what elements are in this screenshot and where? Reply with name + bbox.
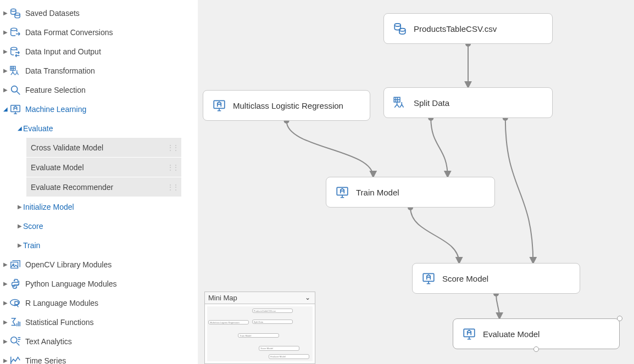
grid-branch-icon [9, 64, 22, 77]
sidebar-item-label: Machine Learning [25, 105, 198, 114]
svg-point-0 [11, 9, 16, 11]
sidebar-item-opencv[interactable]: ▶ OpenCV Library Modules [0, 255, 198, 274]
sidebar-item-text-analytics[interactable]: ▶ Text Analytics [0, 332, 198, 351]
caret-expanded-icon: ◢ [16, 125, 23, 131]
sidebar-item-data-input-output[interactable]: ▶ Data Input and Output [0, 42, 198, 61]
selection-handle[interactable] [617, 316, 622, 321]
module-cross-validate-model[interactable]: Cross Validate Model ⋮⋮ [26, 138, 181, 157]
minimap-header[interactable]: Mini Map ⌄ [205, 292, 315, 304]
caret-collapsed-icon: ▶ [16, 242, 23, 248]
sidebar-item-machine-learning[interactable]: ◢ Machine Learning [0, 99, 198, 119]
canvas-node-train[interactable]: Train Model [326, 177, 495, 208]
sidebar-item-python[interactable]: ▶ Python Language Modules [0, 274, 198, 293]
svg-point-10 [16, 287, 16, 287]
sidebar-item-label: R Language Modules [25, 299, 198, 307]
svg-point-5 [12, 86, 18, 92]
sidebar-item-label: Evaluate [23, 124, 198, 133]
sidebar-item-data-transformation[interactable]: ▶ Data Transformation [0, 61, 198, 80]
sidebar-item-statistical[interactable]: ▶ Statistical Functions [0, 312, 198, 332]
sidebar-item-label: Initialize Model [23, 203, 198, 211]
module-label: Evaluate Model [31, 163, 84, 172]
caret-collapsed-icon: ▶ [2, 357, 9, 363]
node-label: ProductsTableCSV.csv [414, 24, 497, 33]
sidebar-item-label: Saved Datasets [25, 9, 198, 18]
canvas-node-evaluate[interactable]: Evaluate Model [453, 318, 620, 349]
node-label: Train Model [356, 188, 399, 197]
canvas-node-score[interactable]: Score Model [412, 263, 580, 294]
node-label: Split Data [414, 98, 449, 108]
module-palette[interactable]: ▶ Saved Datasets ▶ Data Format Conversio… [0, 0, 198, 364]
sidebar-subitem-initialize-model[interactable]: ▶ Initialize Model [0, 197, 198, 216]
module-evaluate-recommender[interactable]: Evaluate Recommender ⋮⋮ [26, 177, 181, 197]
sidebar-subitem-score[interactable]: ▶ Score [0, 216, 198, 236]
ml-monitor-icon [9, 103, 22, 116]
minimap-node: Evaluate Model [269, 354, 309, 359]
caret-collapsed-icon: ▶ [2, 87, 9, 93]
sidebar-item-saved-datasets[interactable]: ▶ Saved Datasets [0, 3, 198, 23]
sigma-bars-icon [9, 316, 22, 329]
magnifier-text-icon [9, 335, 22, 348]
sidebar-item-label: Data Input and Output [25, 47, 198, 56]
svg-point-19 [394, 24, 401, 26]
sidebar-item-label: Feature Selection [25, 86, 198, 94]
sidebar-item-data-format-conversions[interactable]: ▶ Data Format Conversions [0, 23, 198, 42]
sidebar-item-label: Score [23, 222, 198, 231]
selection-handle[interactable] [533, 346, 539, 352]
minimap-body[interactable]: ProductsTableCSV.csvMulticlass Logistic … [205, 304, 315, 363]
sidebar-item-label: Statistical Functions [25, 318, 198, 327]
drag-grip-icon: ⋮⋮ [167, 144, 178, 152]
svg-rect-7 [11, 262, 18, 268]
module-label: Cross Validate Model [31, 143, 103, 152]
sidebar-item-label: Python Language Modules [25, 279, 198, 288]
svg-point-2 [11, 28, 17, 31]
svg-point-3 [11, 47, 17, 50]
line-chart-icon [9, 354, 22, 365]
node-label: Multiclass Logistic Regression [233, 101, 343, 110]
minimap-node: Multiclass Logistic Regression [208, 320, 249, 324]
sidebar-item-label: Train [23, 241, 198, 250]
sidebar-item-label: Data Format Conversions [25, 28, 198, 37]
node-label: Evaluate Model [483, 329, 540, 339]
chevron-down-icon: ⌄ [305, 294, 310, 301]
ml-monitor-icon [421, 271, 436, 285]
minimap-node: Score Model [259, 346, 299, 350]
python-icon [9, 277, 22, 290]
svg-point-9 [14, 280, 14, 281]
drag-grip-icon: ⋮⋮ [167, 183, 178, 191]
caret-collapsed-icon: ▶ [2, 319, 9, 325]
database-icon [393, 21, 407, 36]
sidebar-item-time-series[interactable]: ▶ Time Series [0, 351, 198, 364]
sidebar-item-r[interactable]: ▶ R Language Modules [0, 293, 198, 312]
grid-branch-icon [393, 96, 407, 110]
caret-expanded-icon: ◢ [2, 106, 9, 112]
database-io-icon [9, 45, 22, 58]
caret-collapsed-icon: ▶ [2, 281, 9, 287]
caret-collapsed-icon: ▶ [16, 223, 23, 229]
image-stack-icon [9, 258, 22, 271]
ml-monitor-icon [335, 185, 349, 199]
minimap-title: Mini Map [208, 294, 237, 302]
ml-monitor-icon [212, 98, 226, 113]
minimap-node: Train Model [238, 333, 279, 338]
canvas-node-algorithm[interactable]: Multiclass Logistic Regression [203, 90, 370, 121]
canvas-node-split[interactable]: Split Data [383, 87, 553, 118]
sidebar-subitem-train[interactable]: ▶ Train [0, 236, 198, 255]
minimap[interactable]: Mini Map ⌄ ProductsTableCSV.csvMulticlas… [204, 292, 315, 364]
canvas-node-dataset[interactable]: ProductsTableCSV.csv [383, 13, 553, 44]
sidebar-item-feature-selection[interactable]: ▶ Feature Selection [0, 80, 198, 99]
node-label: Score Model [442, 274, 488, 283]
caret-collapsed-icon: ▶ [16, 204, 23, 210]
caret-collapsed-icon: ▶ [2, 300, 9, 306]
minimap-node: ProductsTableCSV.csv [252, 309, 293, 313]
r-lang-icon [9, 296, 22, 310]
module-evaluate-model[interactable]: Evaluate Model ⋮⋮ [26, 158, 181, 177]
experiment-canvas[interactable]: ProductsTableCSV.csvMulticlass Logistic … [198, 0, 634, 364]
caret-collapsed-icon: ▶ [2, 261, 9, 267]
minimap-node: Split Data [252, 320, 293, 324]
sidebar-item-label: Data Transformation [25, 66, 198, 75]
sidebar-subitem-evaluate[interactable]: ◢ Evaluate [0, 119, 198, 138]
module-label: Evaluate Recommender [31, 183, 113, 192]
caret-collapsed-icon: ▶ [2, 338, 9, 344]
sidebar-item-label: OpenCV Library Modules [25, 260, 198, 269]
sidebar-item-label: Text Analytics [25, 337, 198, 346]
